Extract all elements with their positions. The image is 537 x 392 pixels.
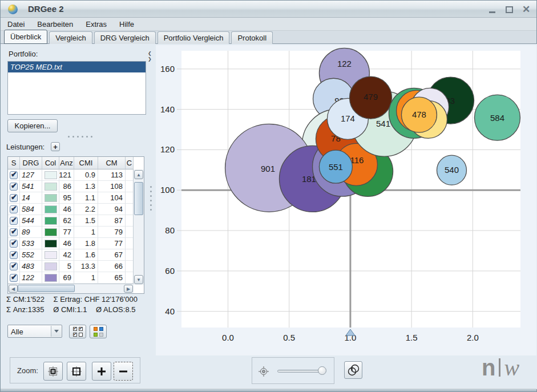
overlap-mode-button[interactable] xyxy=(344,361,362,379)
row-checkbox[interactable] xyxy=(10,183,18,191)
table-row[interactable]: 584462.294 xyxy=(8,204,144,215)
tab-überblick[interactable]: Überblick xyxy=(4,30,47,44)
tab-vergleich[interactable]: Vergleich xyxy=(49,31,92,44)
portfolio-list[interactable]: TOP25 MED.txt xyxy=(7,61,146,115)
row-checkbox[interactable] xyxy=(10,228,18,236)
row-checkbox[interactable] xyxy=(10,205,18,213)
add-leistung-button[interactable]: + xyxy=(51,142,60,151)
column-header-cm[interactable]: CM xyxy=(98,157,126,169)
drg-cell: 122 xyxy=(20,272,42,284)
table-row[interactable]: 533461.877 xyxy=(8,238,144,249)
scroll-right-icon[interactable]: ▶ xyxy=(124,285,133,293)
table-row[interactable]: 14951.1104 xyxy=(8,192,144,204)
menu-item-extras[interactable]: Extras xyxy=(86,20,107,29)
checkbox-cell[interactable] xyxy=(8,215,20,227)
svg-text:2.0: 2.0 xyxy=(467,333,479,342)
scroll-left-icon[interactable]: ◀ xyxy=(9,285,18,293)
hscroll-thumb[interactable] xyxy=(18,285,75,292)
row-checkbox[interactable] xyxy=(10,217,18,225)
menu-item-bearbeiten[interactable]: Bearbeiten xyxy=(37,20,73,29)
chart-panel: 1229890118178116551541174479533478584540… xyxy=(156,45,536,355)
nw-logo: n w xyxy=(482,357,519,378)
menu-item-hilfe[interactable]: Hilfe xyxy=(119,20,134,29)
minimize-button[interactable] xyxy=(487,5,496,14)
scroll-down-icon[interactable]: ▼ xyxy=(134,275,143,284)
svg-text:1.5: 1.5 xyxy=(406,333,418,342)
horizontal-scrollbar[interactable]: ◀ ▶ xyxy=(8,284,134,293)
checkbox-cell[interactable] xyxy=(8,261,20,272)
column-header-c[interactable]: C xyxy=(126,157,134,169)
clipped-cell xyxy=(126,169,134,181)
checkbox-cell[interactable] xyxy=(8,169,20,181)
leistungen-table: SDRGColAnzCMICMC 1271210.9113541861.3108… xyxy=(7,156,144,294)
table-row[interactable]: 12269165 xyxy=(8,272,144,284)
checkbox-cell[interactable] xyxy=(8,238,20,249)
row-checkbox[interactable] xyxy=(10,262,18,270)
column-header-cmi[interactable]: CMI xyxy=(74,157,98,169)
zoom-fit-button[interactable] xyxy=(43,362,63,381)
column-header-col[interactable]: Col xyxy=(42,157,59,169)
zoom-window-icon xyxy=(71,366,82,377)
chevron-down-icon[interactable] xyxy=(51,326,61,337)
row-checkbox[interactable] xyxy=(10,194,18,202)
zoom-fit-icon xyxy=(47,366,59,377)
clipped-cell xyxy=(126,215,134,227)
copy-button[interactable]: Kopieren... xyxy=(7,119,58,132)
splitter-collapse-icon[interactable]: ❮❯ xyxy=(148,51,152,62)
table-row[interactable]: 8977179 xyxy=(8,227,144,238)
filter-dropdown[interactable]: Alle xyxy=(7,325,62,338)
portfolio-list-item-selected[interactable]: TOP25 MED.txt xyxy=(8,62,146,72)
row-checkbox[interactable] xyxy=(10,240,18,248)
size-slider-knob[interactable] xyxy=(318,366,326,375)
scroll-thumb[interactable] xyxy=(134,182,143,215)
column-header-anz[interactable]: Anz xyxy=(59,157,74,169)
table-row[interactable]: 544621.587 xyxy=(8,215,144,227)
select-all-button[interactable] xyxy=(69,325,86,338)
svg-text:120: 120 xyxy=(160,144,175,154)
cmi-cell: 0.9 xyxy=(74,169,98,181)
tab-protokoll[interactable]: Protokoll xyxy=(231,31,273,44)
row-checkbox[interactable] xyxy=(10,251,18,259)
checkbox-cell[interactable] xyxy=(8,249,20,261)
vertical-splitter-handle[interactable] xyxy=(150,186,152,211)
row-checkbox[interactable] xyxy=(10,171,18,179)
bubble-label: 174 xyxy=(341,114,355,123)
checkbox-cell[interactable] xyxy=(8,204,20,215)
checkbox-cell[interactable] xyxy=(8,181,20,192)
zoom-out-button[interactable] xyxy=(114,362,133,381)
checkbox-cell[interactable] xyxy=(8,227,20,238)
anz-cell: 77 xyxy=(59,227,74,238)
zoom-window-button[interactable] xyxy=(67,362,86,381)
zoom-in-button[interactable] xyxy=(92,362,111,381)
close-icon[interactable]: ✕ xyxy=(522,5,531,14)
horizontal-splitter-handle[interactable] xyxy=(68,136,92,138)
column-header-drg[interactable]: DRG xyxy=(20,157,42,169)
color-mode-button[interactable] xyxy=(90,325,107,338)
tab-drg-vergleich[interactable]: DRG Vergleich xyxy=(94,31,156,44)
drg-cell: 483 xyxy=(20,261,42,272)
scroll-up-icon[interactable]: ▲ xyxy=(134,170,143,179)
checkbox-grid-icon xyxy=(73,327,83,337)
color-grid-icon xyxy=(94,327,103,337)
cmi-cell: 1.8 xyxy=(74,238,98,249)
tab-portfolio-vergleich[interactable]: Portfolio Vergleich xyxy=(158,31,230,44)
maximize-button[interactable] xyxy=(504,5,514,14)
column-header-s[interactable]: S xyxy=(8,157,20,169)
bubble-size-panel xyxy=(252,357,334,384)
clipped-cell xyxy=(126,181,134,192)
cmi-cell: 1 xyxy=(74,272,98,284)
table-row[interactable]: 483513.366 xyxy=(8,261,144,272)
drg-cell: 89 xyxy=(20,227,42,238)
clipped-cell xyxy=(126,238,134,249)
table-row[interactable]: 1271210.9113 xyxy=(8,169,144,181)
table-row[interactable]: 552421.667 xyxy=(8,249,144,261)
menu-item-datei[interactable]: Datei xyxy=(7,20,25,29)
checkbox-cell[interactable] xyxy=(8,192,20,204)
bubble-chart[interactable]: 1229890118178116551541174479533478584540… xyxy=(156,45,536,355)
checkbox-cell[interactable] xyxy=(8,272,20,284)
row-checkbox[interactable] xyxy=(10,274,18,282)
cmi-cell: 13.3 xyxy=(74,261,98,272)
cmi-cell: 2.2 xyxy=(74,204,98,215)
vertical-scrollbar[interactable]: ▲ ▼ xyxy=(133,169,144,285)
table-row[interactable]: 541861.3108 xyxy=(8,181,144,192)
